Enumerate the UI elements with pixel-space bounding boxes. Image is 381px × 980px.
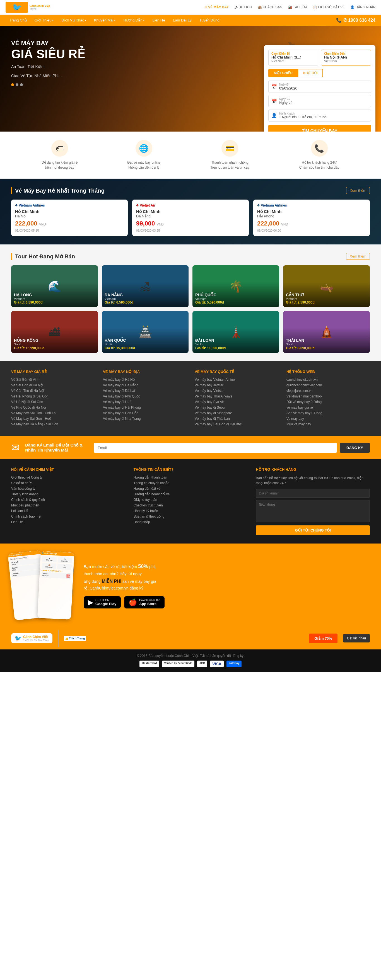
tour-card-3[interactable]: 🌴 PHÚ QUỐC Vietnam Giá từ: 5,590,000đ bbox=[193, 265, 279, 307]
footer-link[interactable]: Vé Sài Gòn đi Hà Nội bbox=[11, 383, 94, 387]
flights-see-more[interactable]: Xem thêm bbox=[346, 187, 370, 194]
footer-link[interactable]: Vé khuyến mãi bamboo bbox=[287, 395, 370, 398]
nav-about[interactable]: Giới Thiệu ▾ bbox=[31, 15, 58, 25]
footer-link[interactable]: Vé máy bay đi Côn Đảo bbox=[103, 411, 187, 415]
tour-card-5[interactable]: 🏙 HỒNG KÔNG Số lô: Giá từ: 16,990,000đ bbox=[11, 311, 98, 353]
tour-card-1[interactable]: 🌊 HẠ LONG Vietnam Giá từ: 6,590,000đ bbox=[11, 265, 98, 307]
footer-link[interactable]: Vé Máy bay Sài Gòn - Huế bbox=[11, 417, 94, 421]
footer-link[interactable]: Vé máy bay Sài Gòn đi Đài Bắc bbox=[194, 422, 278, 426]
about-link[interactable]: Liên Hệ bbox=[11, 520, 125, 524]
footer-link[interactable]: Vé máy bay đi Singapore bbox=[194, 411, 278, 415]
depart-field[interactable]: 📅 Ngày Đi bbox=[268, 81, 371, 93]
info-link[interactable]: Giấy tờ tùy thân bbox=[134, 498, 248, 502]
footer-link[interactable]: Vé Phú Quốc đi Hà Nội bbox=[11, 406, 94, 409]
footer-link[interactable]: Vé Máy bay Sài Gòn - Chu Lai bbox=[11, 411, 94, 415]
nav-services[interactable]: Dịch Vụ Khác ▾ bbox=[57, 15, 90, 25]
tour-card-6[interactable]: 🏯 HÀN QUỐC Số lô: Giá từ: 15,390,000đ bbox=[102, 311, 188, 353]
footer-link[interactable]: Vé Máy bay Đà Nẵng - Sài Gòn bbox=[11, 422, 94, 426]
footer-link[interactable]: Vé máy bay Vietstar bbox=[194, 389, 278, 393]
ad-cta-button[interactable]: Đặt lúc nhau bbox=[343, 634, 370, 643]
footer-link[interactable]: Vé Cần Thơ đi Hà Nội bbox=[11, 389, 94, 393]
about-link[interactable]: Chính sách bảo mật bbox=[11, 514, 125, 519]
info-link[interactable]: Hướng dẫn đặt vé bbox=[134, 487, 248, 490]
support-message[interactable] bbox=[256, 500, 370, 522]
footer-link[interactable]: Vé máy bay đi Đà Lạt bbox=[103, 389, 187, 393]
topnav-login[interactable]: 👤 ĐĂNG NHẬP bbox=[350, 5, 375, 9]
footer-link[interactable]: Vé máy bay đi Seoul bbox=[194, 406, 278, 409]
nav-guide[interactable]: Hướng Dẫn ▾ bbox=[120, 15, 148, 25]
footer-link[interactable]: Vé máy bay đi Nha Trang bbox=[103, 417, 187, 421]
footer-link[interactable]: vietjetjare.com.vn bbox=[287, 389, 370, 393]
info-link[interactable]: Hành lý ký trước bbox=[134, 509, 248, 513]
footer-link[interactable]: Đặt vé máy bay 0 Đồng bbox=[287, 400, 370, 404]
support-email[interactable] bbox=[256, 489, 370, 498]
footer-link[interactable]: Sàn vé máy bay 0 Đồng bbox=[287, 411, 370, 415]
about-link[interactable]: Văn hóa công ty bbox=[11, 487, 125, 490]
nav-agency[interactable]: Làm Đại Lý bbox=[169, 15, 196, 25]
app-store-badge[interactable]: 🍎 Download on the App Store bbox=[124, 596, 164, 608]
nav-home[interactable]: Trang Chủ bbox=[6, 15, 31, 25]
footer-link[interactable]: Vé Sài Gòn đi Vinh bbox=[11, 378, 94, 382]
info-link[interactable]: Hướng dẫn thanh toán bbox=[134, 476, 248, 479]
footer-link[interactable]: Vé máy bay đi Thái Lan bbox=[194, 417, 278, 421]
tours-see-more[interactable]: Xem thêm bbox=[346, 253, 370, 260]
footer-link[interactable]: Mua vé máy bay bbox=[287, 422, 370, 426]
nav-recruit[interactable]: Tuyển Dụng bbox=[196, 15, 223, 25]
tab-one-way[interactable]: MỘT CHIỀU bbox=[268, 69, 298, 77]
info-link[interactable]: Hướng dẫn hoàn/ đổi vé bbox=[134, 492, 248, 496]
tour-card-2[interactable]: 🏖 ĐÀ NẴNG Vietnam Giá từ: 6,590,000đ bbox=[102, 265, 188, 307]
topnav-tour[interactable]: 🏖 DU LỊCH bbox=[234, 5, 252, 9]
footer-link[interactable]: Vé máy bay đi Hải Phòng bbox=[103, 406, 187, 409]
about-link[interactable]: Sơ đồ tổ chức bbox=[11, 481, 125, 485]
footer-link[interactable]: Vé máy bay đi Huế bbox=[103, 400, 187, 404]
newsletter-submit[interactable]: ĐĂNG KÝ bbox=[340, 443, 370, 453]
search-button[interactable]: TÌM CHUYẾN BAY bbox=[268, 125, 371, 132]
depart-input[interactable] bbox=[279, 86, 326, 90]
support-submit[interactable]: GỬI TỚI CHÚNG TÔI bbox=[256, 525, 370, 535]
nav-contact[interactable]: Liên Hệ bbox=[148, 15, 169, 25]
footer-link[interactable]: canhchimviet.com.vn bbox=[287, 378, 370, 382]
google-play-badge[interactable]: ▶ GET IT ON Google Play bbox=[84, 596, 121, 608]
passengers-field[interactable]: 👤 Hành Khách 1 Người lớn, 0 Trẻ em, 0 Em… bbox=[268, 110, 371, 121]
footer-link[interactable]: Vé Hải Phòng đi Sài Gòn bbox=[11, 395, 94, 398]
tour-card-4[interactable]: 🛶 CẦN THƠ Vietnam Giá từ: 2,590,000đ bbox=[283, 265, 370, 307]
about-link[interactable]: Chính sách & quy định bbox=[11, 498, 125, 502]
footer-link[interactable]: dulichcanhchimviet.com bbox=[287, 383, 370, 387]
topnav-history[interactable]: 📋 LỊCH SỬ ĐẶT VÉ bbox=[313, 5, 345, 9]
dot-3[interactable] bbox=[20, 83, 23, 86]
footer-link[interactable]: Vé máy bay Eva Air bbox=[194, 400, 278, 404]
newsletter-email[interactable] bbox=[94, 443, 337, 453]
about-link[interactable]: Lời cam kết bbox=[11, 509, 125, 513]
info-link[interactable]: Đăng nhập bbox=[134, 520, 248, 524]
topnav-flights[interactable]: ✈ VÉ MÁY BAY bbox=[204, 5, 229, 9]
about-link[interactable]: Giới thiệu về Công ty bbox=[11, 476, 125, 479]
nav-promo[interactable]: Khuyến Mãi ▾ bbox=[90, 15, 120, 25]
info-link[interactable]: Suất ăn & thức uống bbox=[134, 514, 248, 519]
tour-card-7[interactable]: 🗼 ĐÀI LOAN Số lô: Giá từ: 11,390,000đ bbox=[193, 311, 279, 353]
info-link[interactable]: Thông tin chuyển khoản bbox=[134, 481, 248, 485]
footer-link[interactable]: Ve may bay bbox=[287, 417, 370, 421]
dot-1[interactable] bbox=[11, 83, 14, 86]
footer-link[interactable]: Vé máy bay VietnamAirline bbox=[194, 378, 278, 382]
to-box[interactable]: Chọn Điểm Đến Hà Nội (HAN) Việt Nam bbox=[321, 49, 371, 65]
tour-card-8[interactable]: 🛕 THÁI LAN Số lô: Giá từ: 8,690,000đ bbox=[283, 311, 370, 353]
about-link[interactable]: Mục tiêu phát triển bbox=[11, 503, 125, 507]
flight-card-3[interactable]: ✈ Vietnam Airlines Hồ Chí Minh Hải Phòng… bbox=[253, 200, 370, 236]
about-link[interactable]: Triết lý kinh doanh bbox=[11, 492, 125, 496]
return-field[interactable]: 📅 Ngày Về bbox=[268, 95, 371, 107]
footer-link[interactable]: Vé Hà Nội đi Sài Gòn bbox=[11, 400, 94, 404]
footer-link[interactable]: Vé máy bay Thai Airways bbox=[194, 395, 278, 398]
footer-link[interactable]: Vé máy bay Jetstar bbox=[194, 383, 278, 387]
tab-round-trip[interactable]: KHỨ HỒI bbox=[298, 69, 323, 77]
info-link[interactable]: Check-in trực tuyến bbox=[134, 503, 248, 507]
footer-link[interactable]: Vé máy bay đi Đà Nẵng bbox=[103, 383, 187, 387]
topnav-train[interactable]: 🚂 TÀU LỬA bbox=[288, 5, 308, 9]
footer-link[interactable]: Vé máy bay đi Hà Nội bbox=[103, 378, 187, 382]
flight-card-1[interactable]: ✈ Vietnam Airlines Hồ Chí Minh Hà Nội 22… bbox=[11, 200, 128, 236]
dot-2[interactable] bbox=[16, 83, 18, 86]
flight-card-2[interactable]: ✈ Vietjet Air Hồ Chí Minh Đà Nẵng 99,000… bbox=[132, 200, 249, 236]
footer-link[interactable]: Vé máy bay đi Phú Quốc bbox=[103, 395, 187, 398]
topnav-hotel[interactable]: 🏨 KHÁCH SẠN bbox=[258, 5, 282, 9]
footer-link[interactable]: ve may bay gia re bbox=[287, 406, 370, 409]
from-box[interactable]: Chọn Điểm Đi Hồ Chí Minh (S...) Việt Nam bbox=[268, 49, 318, 65]
